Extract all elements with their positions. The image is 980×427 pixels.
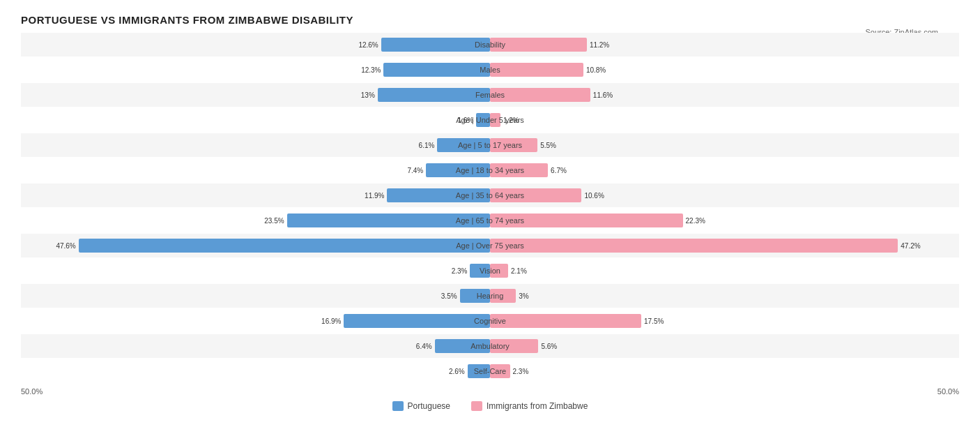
right-value: 22.3%	[686, 217, 705, 225]
bar-row-3: 1.6% Age | Under 5 years 1.2%	[21, 108, 959, 132]
left-bar	[383, 63, 490, 77]
left-value: 47.6%	[56, 242, 75, 250]
right-value: 47.2%	[901, 242, 920, 250]
right-bar-wrap: 11.2%	[490, 38, 609, 52]
center-label: Ambulatory	[470, 342, 510, 350]
right-bar	[490, 314, 641, 328]
bar-row-4: 6.1% Age | 5 to 17 years 5.5%	[21, 133, 959, 157]
table-row: 2.3% Vision 2.1%	[21, 259, 959, 283]
table-row: 6.1% Age | 5 to 17 years 5.5%	[21, 133, 959, 157]
bar-row-10: 3.5% Hearing 3%	[21, 284, 959, 308]
center-label: Vision	[480, 267, 500, 275]
center-label: Age | 35 to 64 years	[456, 191, 524, 200]
right-bar-wrap: 47.2%	[490, 239, 921, 253]
left-value: 13%	[361, 91, 375, 99]
center-label: Males	[480, 66, 500, 74]
table-row: 12.3% Males 10.8%	[21, 58, 959, 82]
left-bar	[381, 38, 490, 52]
left-bar-wrap: 47.6%	[56, 239, 490, 253]
bar-row-0: 12.6% Disability 11.2%	[21, 33, 959, 57]
left-bar-wrap: 12.3%	[361, 63, 490, 77]
center-label: Females	[475, 91, 505, 99]
center-label: Self-Care	[474, 367, 506, 375]
right-value: 5.5%	[540, 142, 556, 149]
table-row: 7.4% Age | 18 to 34 years 6.7%	[21, 158, 959, 182]
chart-title: PORTUGUESE VS IMMIGRANTS FROM ZIMBABWE D…	[21, 14, 959, 26]
right-value: 10.6%	[584, 192, 604, 200]
table-row: 12.6% Disability 11.2%	[21, 33, 959, 57]
left-value: 12.3%	[361, 66, 381, 74]
left-bar-wrap: 16.9%	[321, 314, 490, 328]
right-value: 5.6%	[541, 343, 557, 350]
right-bar-wrap: 11.6%	[490, 88, 613, 102]
chart-area: 12.6% Disability 11.2% 12.3% Males 10	[21, 33, 959, 396]
left-value: 11.9%	[365, 192, 384, 200]
left-bar	[79, 239, 490, 253]
axis-labels: 50.0% 50.0%	[21, 387, 959, 396]
center-label: Age | 18 to 34 years	[456, 166, 524, 174]
bar-row-5: 7.4% Age | 18 to 34 years 6.7%	[21, 158, 959, 182]
table-row: 2.6% Self-Care 2.3%	[21, 359, 959, 383]
center-label: Age | 65 to 74 years	[456, 216, 524, 225]
left-value: 2.6%	[449, 368, 465, 375]
right-value: 2.1%	[511, 267, 527, 275]
bar-row-8: 47.6% Age | Over 75 years 47.2%	[21, 234, 959, 257]
table-row: 6.4% Ambulatory 5.6%	[21, 334, 959, 358]
axis-left: 50.0%	[21, 387, 43, 396]
center-label: Age | 5 to 17 years	[458, 141, 522, 149]
left-bar-wrap: 13%	[361, 88, 490, 102]
right-bar	[490, 63, 583, 77]
legend-portuguese: Portuguese	[392, 401, 450, 411]
bar-row-2: 13% Females 11.6%	[21, 83, 959, 107]
center-label: Hearing	[477, 292, 504, 300]
right-value: 11.6%	[593, 91, 613, 99]
left-value: 16.9%	[321, 317, 341, 325]
table-row: 11.9% Age | 35 to 64 years 10.6%	[21, 183, 959, 207]
table-row: 13% Females 11.6%	[21, 83, 959, 107]
legend-zimbabwe-label: Immigrants from Zimbabwe	[487, 401, 588, 411]
legend-pink-box	[471, 401, 482, 411]
right-bar-wrap: 10.8%	[490, 63, 606, 77]
right-bar	[490, 88, 590, 102]
center-label: Age | Over 75 years	[456, 241, 524, 250]
left-value: 3.5%	[441, 292, 457, 300]
table-row: 1.6% Age | Under 5 years 1.2%	[21, 108, 959, 132]
left-value: 2.3%	[452, 267, 468, 275]
legend-portuguese-label: Portuguese	[408, 401, 450, 411]
bar-row-6: 11.9% Age | 35 to 64 years 10.6%	[21, 183, 959, 207]
bar-row-12: 6.4% Ambulatory 5.6%	[21, 334, 959, 358]
right-bar	[490, 239, 898, 253]
left-value: 6.1%	[419, 142, 435, 149]
left-bar	[378, 88, 490, 102]
left-bar	[344, 314, 490, 328]
left-value: 23.5%	[264, 217, 284, 225]
bar-row-1: 12.3% Males 10.8%	[21, 58, 959, 82]
bar-row-11: 16.9% Cognitive 17.5%	[21, 309, 959, 333]
center-label: Cognitive	[474, 317, 506, 325]
table-row: 23.5% Age | 65 to 74 years 22.3%	[21, 209, 959, 232]
legend-blue-box	[392, 401, 404, 411]
legend-zimbabwe: Immigrants from Zimbabwe	[471, 401, 588, 411]
right-bar-wrap: 17.5%	[490, 314, 664, 328]
table-row: 47.6% Age | Over 75 years 47.2%	[21, 234, 959, 257]
table-row: 16.9% Cognitive 17.5%	[21, 309, 959, 333]
center-label: Disability	[475, 40, 505, 49]
bar-row-7: 23.5% Age | 65 to 74 years 22.3%	[21, 209, 959, 232]
left-value: 12.6%	[358, 41, 378, 49]
right-value: 2.3%	[513, 368, 529, 375]
left-value: 6.4%	[416, 343, 432, 350]
left-bar-wrap: 12.6%	[358, 38, 490, 52]
right-value: 3%	[519, 292, 528, 300]
table-row: 3.5% Hearing 3%	[21, 284, 959, 308]
center-label: Age | Under 5 years	[456, 116, 524, 124]
bar-row-9: 2.3% Vision 2.1%	[21, 259, 959, 283]
right-value: 11.2%	[590, 41, 609, 49]
legend: Portuguese Immigrants from Zimbabwe	[21, 401, 959, 411]
right-value: 6.7%	[551, 167, 567, 174]
bar-row-13: 2.6% Self-Care 2.3%	[21, 359, 959, 383]
axis-right: 50.0%	[937, 387, 959, 396]
right-value: 10.8%	[586, 66, 606, 74]
left-value: 7.4%	[407, 167, 423, 174]
right-value: 17.5%	[644, 317, 664, 325]
